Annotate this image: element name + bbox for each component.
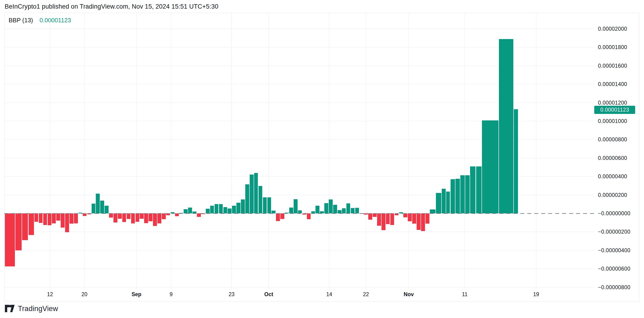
histogram-bar	[499, 39, 513, 214]
histogram-bar	[74, 214, 78, 224]
histogram-bar	[382, 214, 386, 230]
histogram-bar	[267, 197, 271, 214]
x-axis-tick-label: 20	[81, 291, 88, 298]
h-gridline	[4, 28, 594, 29]
histogram-bar	[34, 214, 38, 222]
y-axis-tick-label: 0.00002000	[598, 26, 627, 32]
y-axis-tick-label: −0.00000000	[598, 210, 630, 217]
x-axis-tick-label: 11	[462, 291, 468, 298]
y-axis-tick-label: 0.00000600	[598, 155, 627, 161]
histogram-bar	[377, 214, 381, 226]
x-axis-tick-label: 19	[533, 291, 539, 298]
tradingview-attribution[interactable]: TradingView	[5, 304, 58, 313]
histogram-bar	[184, 209, 188, 214]
y-axis-tick-label: 0.00001600	[598, 62, 627, 69]
histogram-bar	[465, 175, 470, 214]
histogram-bar	[333, 205, 337, 214]
y-axis-tick-label: 0.00000800	[598, 136, 627, 143]
v-gridline	[329, 13, 330, 290]
tradingview-published-chart: BeInCrypto1 published on TradingView.com…	[0, 0, 644, 318]
histogram-bar	[118, 214, 122, 219]
histogram-bar	[289, 208, 293, 214]
histogram-bar	[324, 203, 328, 214]
x-axis-tick-label: 22	[363, 291, 369, 298]
x-axis-tick-label: 23	[228, 291, 234, 298]
last-price-badge: 0.00001123	[594, 106, 635, 114]
histogram-bar	[351, 208, 355, 214]
histogram-bar	[43, 214, 47, 225]
histogram-bar	[136, 214, 140, 222]
y-axis-tick-label: −0.00000600	[598, 266, 630, 272]
x-axis-tick-label: Nov	[404, 291, 414, 298]
histogram-bar	[61, 214, 65, 228]
histogram-bar	[416, 214, 420, 230]
tradingview-logo-icon	[5, 304, 15, 313]
h-gridline	[4, 287, 594, 288]
histogram-bar	[373, 214, 377, 217]
histogram-bar	[197, 214, 201, 217]
histogram-bar	[442, 189, 446, 214]
h-gridline	[4, 250, 594, 250]
histogram-bar	[514, 109, 518, 214]
histogram-bar	[316, 206, 320, 214]
histogram-bar	[346, 204, 350, 214]
histogram-bar	[228, 208, 232, 214]
v-gridline	[171, 13, 171, 290]
histogram-bar	[329, 200, 333, 214]
histogram-bar	[460, 175, 465, 214]
v-gridline	[136, 13, 137, 290]
histogram-bar	[342, 208, 346, 214]
y-axis-tick-label: 0.00000400	[598, 174, 627, 180]
histogram-bar	[386, 214, 390, 224]
histogram-bar	[280, 214, 284, 219]
v-gridline	[84, 13, 85, 290]
histogram-bar	[408, 214, 412, 221]
y-axis-tick-label: −0.00000200	[598, 229, 630, 235]
x-axis-tick-label: Oct	[264, 291, 273, 298]
h-gridline	[4, 268, 594, 269]
histogram-bar	[104, 206, 108, 214]
y-axis-tick-label: −0.00000800	[598, 284, 630, 290]
v-gridline	[366, 13, 366, 290]
histogram-bar	[52, 214, 56, 224]
histogram-bar	[263, 197, 267, 214]
histogram-bar	[144, 214, 148, 223]
histogram-bar	[390, 214, 394, 225]
histogram-bar	[426, 214, 430, 224]
histogram-bar	[224, 207, 228, 214]
plot-area[interactable]: 0.000020000.000018000.000016000.00001400…	[0, 0, 644, 318]
histogram-bar	[294, 199, 298, 214]
histogram-bar	[254, 173, 258, 214]
histogram-bar	[368, 214, 372, 220]
histogram-bar	[245, 184, 249, 214]
v-gridline	[408, 13, 409, 290]
histogram-bar	[22, 214, 28, 240]
v-gridline	[50, 13, 50, 290]
histogram-bar	[476, 166, 482, 214]
histogram-bar	[430, 210, 436, 214]
x-axis-tick-label: Sep	[132, 291, 141, 298]
histogram-bar	[15, 214, 22, 250]
histogram-bar	[456, 179, 460, 214]
histogram-bar	[148, 214, 152, 221]
histogram-bar	[188, 208, 192, 214]
x-axis-tick-label: 12	[47, 291, 53, 298]
y-axis-tick-label: 0.00001800	[598, 44, 627, 50]
histogram-bar	[56, 214, 60, 220]
histogram-bar	[450, 179, 455, 214]
y-axis-tick-label: 0.00000200	[598, 192, 627, 198]
zero-line	[4, 213, 594, 214]
histogram-bar	[236, 203, 240, 214]
histogram-bar	[241, 200, 245, 214]
histogram-bar	[92, 204, 96, 214]
last-price-badge-value: 0.00001123	[600, 107, 629, 113]
histogram-bar	[127, 214, 131, 219]
histogram-bar	[355, 208, 359, 214]
v-gridline	[268, 13, 269, 290]
histogram-bar	[100, 200, 104, 214]
y-axis-tick-label: −0.00000400	[598, 247, 630, 254]
histogram-bar	[250, 174, 254, 214]
histogram-bar	[140, 214, 144, 219]
histogram-bar	[338, 210, 342, 214]
histogram-bar	[210, 206, 214, 214]
